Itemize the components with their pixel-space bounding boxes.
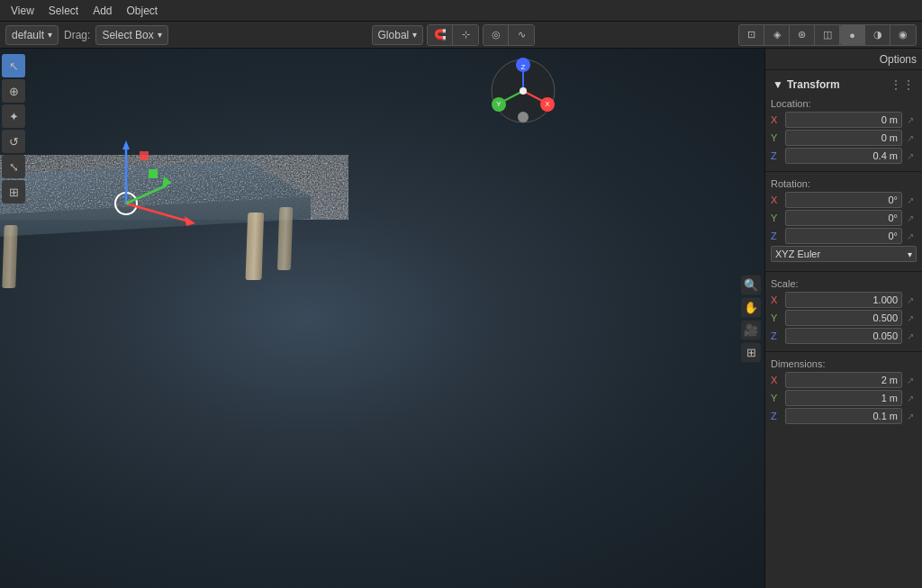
collapse-arrow: ▼ (773, 78, 783, 91)
rotate-tool-icon[interactable]: ↺ (2, 130, 25, 153)
toolbar-right: ⊡ ◈ ⊛ ◫ ● ◑ ◉ (738, 24, 917, 46)
scale-label: Scale: (771, 277, 917, 290)
location-y-row: Y 0 m ↗ (771, 130, 917, 146)
location-x-row: X 0 m ↗ (771, 112, 917, 128)
sy-axis-label: Y (771, 312, 783, 323)
rendered-shading-icon[interactable]: ◉ (890, 25, 916, 45)
svg-point-30 (520, 87, 527, 95)
scale-x-value[interactable]: 1.000 (785, 292, 902, 308)
mode-dropdown[interactable]: default (5, 25, 59, 45)
rotation-x-link-icon[interactable]: ↗ (904, 195, 917, 205)
rotation-z-link-icon[interactable]: ↗ (904, 231, 917, 241)
select-tool-icon[interactable]: ↖ (2, 54, 25, 77)
location-z-value[interactable]: 0.4 m (785, 148, 902, 164)
material-shading-icon[interactable]: ◑ (865, 25, 890, 45)
toolbar-center-icons: Global 🧲 ⊹ ◎ ∿ (372, 24, 536, 46)
divider-3 (765, 351, 922, 352)
global-dropdown[interactable]: Global (372, 25, 424, 45)
menu-item-view[interactable]: View (5, 3, 40, 19)
menu-item-object[interactable]: Object (122, 3, 164, 19)
rotation-z-value[interactable]: 0° (785, 228, 902, 244)
snap-icon[interactable]: 🧲 (428, 25, 453, 45)
solid-shading-icon[interactable]: ● (840, 25, 865, 45)
options-label: Options (880, 53, 917, 66)
location-y-value[interactable]: 0 m (785, 130, 902, 146)
location-z-link-icon[interactable]: ↗ (904, 151, 917, 161)
main-area: ↖ ⊕ ✦ ↺ ⤡ ⊞ (0, 49, 922, 588)
rotation-z-row: Z 0° ↗ (771, 228, 917, 244)
scale-z-link-icon[interactable]: ↗ (904, 331, 917, 341)
cursor-tool-icon[interactable]: ⊕ (2, 79, 25, 103)
dim-x-link-icon[interactable]: ↗ (904, 375, 917, 385)
dim-y-value[interactable]: 1 m (785, 390, 902, 406)
location-group: Location: X 0 m ↗ Y 0 m ↗ Z 0.4 m ↗ (765, 95, 922, 167)
rotation-y-value[interactable]: 0° (785, 210, 902, 226)
dz-axis-label: Z (771, 411, 783, 421)
move-tool-icon[interactable]: ✦ (2, 104, 25, 128)
overlays-icon[interactable]: ⊛ (790, 25, 815, 45)
scale-z-row: Z 0.050 ↗ (771, 328, 917, 344)
rx-axis-label: X (771, 194, 783, 205)
transform-section-header[interactable]: ▼ Transform ⋮⋮ (765, 74, 922, 95)
dimensions-label: Dimensions: (771, 357, 917, 370)
scale-tool-icon[interactable]: ⤡ (2, 155, 25, 178)
editor-type-icon[interactable]: ⊡ (739, 25, 764, 45)
rotation-mode-dropdown[interactable]: XYZ Euler (771, 246, 917, 262)
rotation-label: Rotation: (771, 177, 917, 190)
dim-z-link-icon[interactable]: ↗ (904, 412, 917, 421)
dim-y-row: Y 1 m ↗ (771, 390, 917, 406)
dim-x-row: X 2 m ↗ (771, 372, 917, 388)
snap-options-icon[interactable]: ⊹ (453, 25, 478, 45)
section-menu-dots[interactable]: ⋮⋮ (890, 77, 915, 92)
transform-tool-icon[interactable]: ⊞ (2, 180, 25, 204)
svg-text:X: X (545, 100, 550, 108)
dimensions-group: Dimensions: X 2 m ↗ Y 1 m ↗ Z 0.1 m ↗ (765, 356, 922, 428)
scale-y-value[interactable]: 0.500 (785, 310, 902, 326)
dim-z-row: Z 0.1 m ↗ (771, 408, 917, 424)
viewport-side-icons: 🔍 ✋ 🎥 ⊞ (741, 275, 761, 362)
location-x-value[interactable]: 0 m (785, 112, 902, 128)
pan-icon[interactable]: ✋ (741, 297, 761, 317)
transform-section: ▼ Transform ⋮⋮ Location: X 0 m ↗ Y 0 m ↗ (765, 70, 922, 431)
location-x-link-icon[interactable]: ↗ (904, 115, 917, 125)
dim-y-link-icon[interactable]: ↗ (904, 394, 917, 403)
scale-x-link-icon[interactable]: ↗ (904, 295, 917, 305)
rotation-x-value[interactable]: 0° (785, 192, 902, 208)
rotation-group: Rotation: X 0° ↗ Y 0° ↗ Z 0° ↗ XYZ Eu (765, 176, 922, 267)
proportional-options-icon[interactable]: ∿ (509, 25, 534, 45)
dim-x-value[interactable]: 2 m (785, 372, 902, 388)
viewport[interactable]: ↖ ⊕ ✦ ↺ ⤡ ⊞ (0, 49, 764, 588)
proportional-edit-icon[interactable]: ◎ (484, 25, 509, 45)
divider-1 (765, 171, 922, 172)
rz-axis-label: Z (771, 231, 783, 241)
rotation-mode-row: XYZ Euler (771, 246, 917, 264)
y-axis-label: Y (771, 132, 783, 143)
ry-axis-label: Y (771, 213, 783, 223)
sz-axis-label: Z (771, 330, 783, 341)
xray-icon[interactable]: ◫ (815, 25, 840, 45)
proportional-group: ◎ ∿ (483, 24, 535, 46)
scale-z-value[interactable]: 0.050 (785, 328, 902, 344)
gizmo-icon[interactable]: ◈ (764, 25, 790, 45)
rotation-y-link-icon[interactable]: ↗ (904, 213, 917, 223)
scale-y-link-icon[interactable]: ↗ (904, 313, 917, 323)
rotation-x-row: X 0° ↗ (771, 192, 917, 208)
dim-z-value[interactable]: 0.1 m (785, 408, 902, 424)
divider-2 (765, 271, 922, 272)
svg-point-31 (518, 112, 529, 122)
grid-icon[interactable]: ⊞ (741, 342, 761, 362)
menu-item-add[interactable]: Add (87, 3, 117, 19)
svg-marker-13 (122, 140, 130, 149)
scale-y-row: Y 0.500 ↗ (771, 310, 917, 326)
zoom-icon[interactable]: 🔍 (741, 275, 761, 294)
rotation-y-row: Y 0° ↗ (771, 210, 917, 226)
location-y-link-icon[interactable]: ↗ (904, 133, 917, 143)
camera-icon[interactable]: 🎥 (741, 320, 761, 339)
select-box-dropdown[interactable]: Select Box (95, 25, 167, 45)
header-right-group: ⊡ ◈ ⊛ ◫ ● ◑ ◉ (738, 24, 917, 46)
menu-item-select[interactable]: Select (43, 3, 84, 19)
nav-gizmo[interactable]: Z X Y (490, 58, 557, 125)
toolbar-left: default Drag: Select Box (5, 25, 168, 45)
svg-rect-19 (140, 151, 149, 160)
menu-bar: View Select Add Object (0, 0, 922, 22)
